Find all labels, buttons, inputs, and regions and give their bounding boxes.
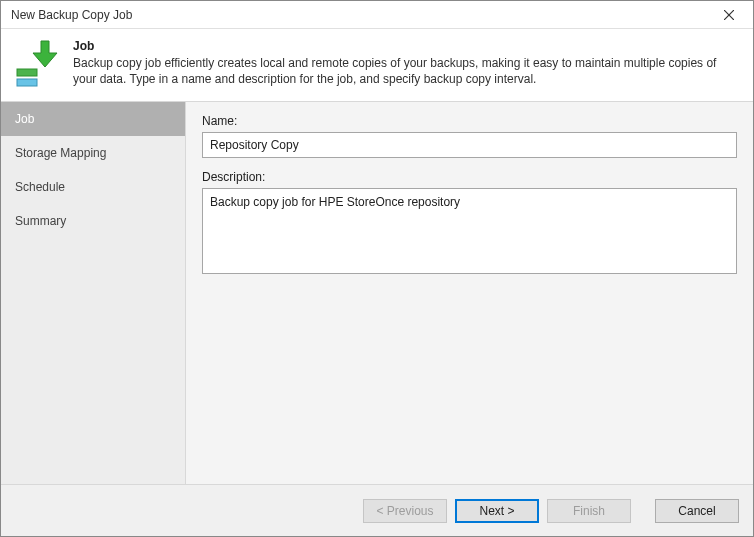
- sidebar-item-label: Storage Mapping: [15, 146, 106, 160]
- header-title: Job: [73, 39, 741, 53]
- sidebar-item-storage-mapping[interactable]: Storage Mapping: [1, 136, 185, 170]
- wizard-footer: < Previous Next > Finish Cancel: [1, 484, 753, 536]
- cancel-button[interactable]: Cancel: [655, 499, 739, 523]
- previous-button: < Previous: [363, 499, 447, 523]
- window-title: New Backup Copy Job: [11, 8, 132, 22]
- close-button[interactable]: [713, 1, 745, 29]
- description-input[interactable]: [202, 188, 737, 274]
- next-button[interactable]: Next >: [455, 499, 539, 523]
- sidebar-item-label: Schedule: [15, 180, 65, 194]
- wizard-sidebar: Job Storage Mapping Schedule Summary: [1, 102, 186, 484]
- finish-button: Finish: [547, 499, 631, 523]
- titlebar: New Backup Copy Job: [1, 1, 753, 29]
- wizard-body: Job Storage Mapping Schedule Summary Nam…: [1, 102, 753, 484]
- sidebar-item-schedule[interactable]: Schedule: [1, 170, 185, 204]
- name-label: Name:: [202, 114, 737, 128]
- svg-rect-2: [17, 69, 37, 76]
- svg-rect-3: [17, 79, 37, 86]
- name-input[interactable]: [202, 132, 737, 158]
- wizard-content: Name: Description:: [186, 102, 753, 484]
- close-icon: [724, 10, 734, 20]
- dialog-window: New Backup Copy Job Job Backup copy job …: [0, 0, 754, 537]
- header-text: Job Backup copy job efficiently creates …: [73, 39, 741, 87]
- sidebar-item-summary[interactable]: Summary: [1, 204, 185, 238]
- header-description: Backup copy job efficiently creates loca…: [73, 55, 741, 87]
- description-label: Description:: [202, 170, 737, 184]
- sidebar-item-job[interactable]: Job: [1, 102, 185, 136]
- wizard-header: Job Backup copy job efficiently creates …: [1, 29, 753, 102]
- sidebar-item-label: Job: [15, 112, 34, 126]
- sidebar-item-label: Summary: [15, 214, 66, 228]
- job-icon: [13, 39, 61, 87]
